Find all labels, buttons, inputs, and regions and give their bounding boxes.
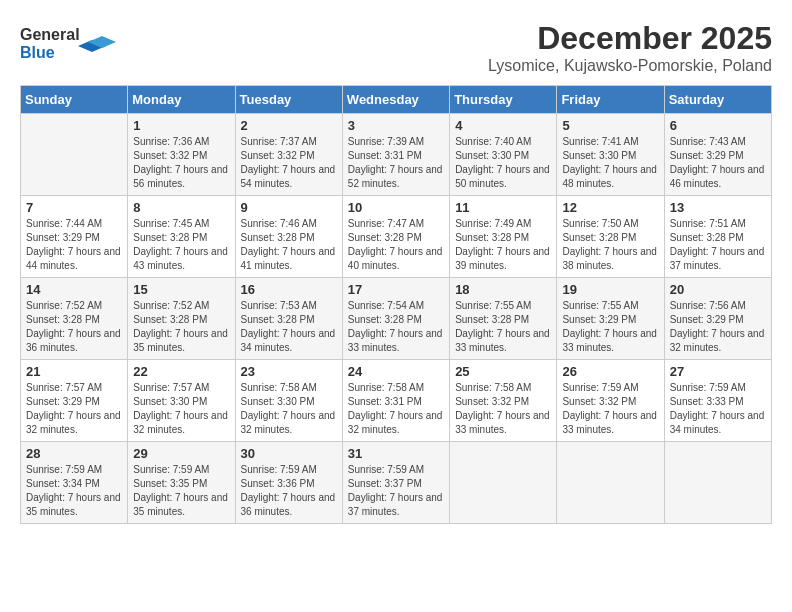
day-number: 23 [241,364,337,379]
calendar-cell: 27Sunrise: 7:59 AM Sunset: 3:33 PM Dayli… [664,360,771,442]
calendar-cell: 18Sunrise: 7:55 AM Sunset: 3:28 PM Dayli… [450,278,557,360]
day-number: 5 [562,118,658,133]
calendar-cell: 2Sunrise: 7:37 AM Sunset: 3:32 PM Daylig… [235,114,342,196]
day-info: Sunrise: 7:47 AM Sunset: 3:28 PM Dayligh… [348,217,444,273]
day-header-tuesday: Tuesday [235,86,342,114]
day-number: 16 [241,282,337,297]
day-info: Sunrise: 7:52 AM Sunset: 3:28 PM Dayligh… [26,299,122,355]
day-number: 24 [348,364,444,379]
day-number: 12 [562,200,658,215]
day-number: 10 [348,200,444,215]
calendar-cell: 22Sunrise: 7:57 AM Sunset: 3:30 PM Dayli… [128,360,235,442]
calendar-cell: 20Sunrise: 7:56 AM Sunset: 3:29 PM Dayli… [664,278,771,360]
day-info: Sunrise: 7:58 AM Sunset: 3:32 PM Dayligh… [455,381,551,437]
day-info: Sunrise: 7:59 AM Sunset: 3:32 PM Dayligh… [562,381,658,437]
calendar-cell: 16Sunrise: 7:53 AM Sunset: 3:28 PM Dayli… [235,278,342,360]
calendar-cell: 23Sunrise: 7:58 AM Sunset: 3:30 PM Dayli… [235,360,342,442]
calendar-cell: 9Sunrise: 7:46 AM Sunset: 3:28 PM Daylig… [235,196,342,278]
calendar-cell: 1Sunrise: 7:36 AM Sunset: 3:32 PM Daylig… [128,114,235,196]
svg-text:General: General [20,26,80,43]
day-header-monday: Monday [128,86,235,114]
day-header-wednesday: Wednesday [342,86,449,114]
calendar-cell: 24Sunrise: 7:58 AM Sunset: 3:31 PM Dayli… [342,360,449,442]
calendar-cell: 7Sunrise: 7:44 AM Sunset: 3:29 PM Daylig… [21,196,128,278]
calendar-cell: 26Sunrise: 7:59 AM Sunset: 3:32 PM Dayli… [557,360,664,442]
calendar-cell: 28Sunrise: 7:59 AM Sunset: 3:34 PM Dayli… [21,442,128,524]
calendar-table: SundayMondayTuesdayWednesdayThursdayFrid… [20,85,772,524]
svg-text:Blue: Blue [20,44,55,61]
page-header: General Blue December 2025 Lysomice, Kuj… [20,20,772,75]
day-info: Sunrise: 7:58 AM Sunset: 3:31 PM Dayligh… [348,381,444,437]
day-info: Sunrise: 7:56 AM Sunset: 3:29 PM Dayligh… [670,299,766,355]
day-number: 13 [670,200,766,215]
calendar-cell: 29Sunrise: 7:59 AM Sunset: 3:35 PM Dayli… [128,442,235,524]
day-number: 22 [133,364,229,379]
day-number: 28 [26,446,122,461]
day-info: Sunrise: 7:59 AM Sunset: 3:34 PM Dayligh… [26,463,122,519]
calendar-cell: 21Sunrise: 7:57 AM Sunset: 3:29 PM Dayli… [21,360,128,442]
day-info: Sunrise: 7:37 AM Sunset: 3:32 PM Dayligh… [241,135,337,191]
day-info: Sunrise: 7:57 AM Sunset: 3:30 PM Dayligh… [133,381,229,437]
day-number: 2 [241,118,337,133]
day-number: 4 [455,118,551,133]
calendar-week-3: 14Sunrise: 7:52 AM Sunset: 3:28 PM Dayli… [21,278,772,360]
calendar-cell: 8Sunrise: 7:45 AM Sunset: 3:28 PM Daylig… [128,196,235,278]
day-number: 19 [562,282,658,297]
day-info: Sunrise: 7:59 AM Sunset: 3:37 PM Dayligh… [348,463,444,519]
calendar-week-4: 21Sunrise: 7:57 AM Sunset: 3:29 PM Dayli… [21,360,772,442]
calendar-cell: 4Sunrise: 7:40 AM Sunset: 3:30 PM Daylig… [450,114,557,196]
day-info: Sunrise: 7:44 AM Sunset: 3:29 PM Dayligh… [26,217,122,273]
day-number: 21 [26,364,122,379]
day-info: Sunrise: 7:50 AM Sunset: 3:28 PM Dayligh… [562,217,658,273]
day-header-saturday: Saturday [664,86,771,114]
day-info: Sunrise: 7:59 AM Sunset: 3:33 PM Dayligh… [670,381,766,437]
logo-svg: General Blue [20,20,120,65]
day-number: 8 [133,200,229,215]
day-info: Sunrise: 7:39 AM Sunset: 3:31 PM Dayligh… [348,135,444,191]
calendar-cell: 5Sunrise: 7:41 AM Sunset: 3:30 PM Daylig… [557,114,664,196]
day-info: Sunrise: 7:40 AM Sunset: 3:30 PM Dayligh… [455,135,551,191]
calendar-week-1: 1Sunrise: 7:36 AM Sunset: 3:32 PM Daylig… [21,114,772,196]
day-number: 18 [455,282,551,297]
calendar-cell: 30Sunrise: 7:59 AM Sunset: 3:36 PM Dayli… [235,442,342,524]
logo: General Blue [20,20,120,65]
calendar-cell: 31Sunrise: 7:59 AM Sunset: 3:37 PM Dayli… [342,442,449,524]
day-number: 3 [348,118,444,133]
day-number: 15 [133,282,229,297]
day-info: Sunrise: 7:45 AM Sunset: 3:28 PM Dayligh… [133,217,229,273]
day-header-friday: Friday [557,86,664,114]
day-number: 27 [670,364,766,379]
calendar-cell [21,114,128,196]
day-number: 6 [670,118,766,133]
calendar-week-5: 28Sunrise: 7:59 AM Sunset: 3:34 PM Dayli… [21,442,772,524]
calendar-cell: 19Sunrise: 7:55 AM Sunset: 3:29 PM Dayli… [557,278,664,360]
day-number: 11 [455,200,551,215]
day-number: 26 [562,364,658,379]
day-info: Sunrise: 7:54 AM Sunset: 3:28 PM Dayligh… [348,299,444,355]
day-info: Sunrise: 7:58 AM Sunset: 3:30 PM Dayligh… [241,381,337,437]
day-info: Sunrise: 7:41 AM Sunset: 3:30 PM Dayligh… [562,135,658,191]
day-number: 31 [348,446,444,461]
calendar-cell: 25Sunrise: 7:58 AM Sunset: 3:32 PM Dayli… [450,360,557,442]
calendar-header-row: SundayMondayTuesdayWednesdayThursdayFrid… [21,86,772,114]
day-number: 14 [26,282,122,297]
calendar-cell: 11Sunrise: 7:49 AM Sunset: 3:28 PM Dayli… [450,196,557,278]
day-info: Sunrise: 7:36 AM Sunset: 3:32 PM Dayligh… [133,135,229,191]
day-info: Sunrise: 7:55 AM Sunset: 3:28 PM Dayligh… [455,299,551,355]
day-number: 25 [455,364,551,379]
day-number: 1 [133,118,229,133]
day-info: Sunrise: 7:49 AM Sunset: 3:28 PM Dayligh… [455,217,551,273]
day-number: 17 [348,282,444,297]
calendar-cell: 15Sunrise: 7:52 AM Sunset: 3:28 PM Dayli… [128,278,235,360]
day-number: 20 [670,282,766,297]
day-info: Sunrise: 7:52 AM Sunset: 3:28 PM Dayligh… [133,299,229,355]
day-info: Sunrise: 7:55 AM Sunset: 3:29 PM Dayligh… [562,299,658,355]
day-info: Sunrise: 7:57 AM Sunset: 3:29 PM Dayligh… [26,381,122,437]
calendar-cell: 12Sunrise: 7:50 AM Sunset: 3:28 PM Dayli… [557,196,664,278]
day-header-sunday: Sunday [21,86,128,114]
day-info: Sunrise: 7:43 AM Sunset: 3:29 PM Dayligh… [670,135,766,191]
calendar-cell [557,442,664,524]
calendar-cell [664,442,771,524]
subtitle: Lysomice, Kujawsko-Pomorskie, Poland [488,57,772,75]
day-number: 7 [26,200,122,215]
